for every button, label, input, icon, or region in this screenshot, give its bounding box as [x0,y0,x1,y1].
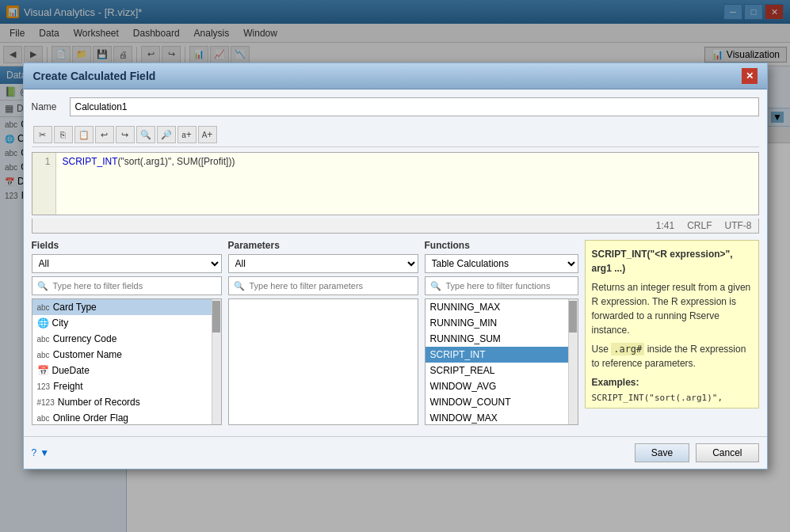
functions-dropdown[interactable]: Table Calculations [425,254,578,273]
abc-icon-f3: abc [37,335,50,344]
field-item-numrecords[interactable]: #123 Number of Records [32,394,221,410]
help-link[interactable]: ? ▼ [32,447,50,458]
redo-calc-button[interactable]: ↪ [116,126,135,143]
functions-scroll-thumb [569,301,577,332]
font-upper-button[interactable]: A+ [198,126,217,143]
help-examples-label: Examples: [592,375,752,390]
parameters-dropdown[interactable]: All [228,254,418,273]
fields-search-input[interactable] [32,276,222,295]
code-args: ("sort(.arg1)", SUM([Profit])) [118,156,235,167]
copy-button[interactable]: ⎘ [54,126,73,143]
parameters-search-input[interactable] [228,276,418,295]
footer-buttons: Save Cancel [635,443,759,462]
undo-calc-button[interactable]: ↩ [95,126,114,143]
help-title: SCRIPT_INT("<R expression>", arg1 ...) [592,247,752,276]
line-numbers: 1 [32,153,56,215]
field-item-customer[interactable]: abc Customer Name [32,347,221,363]
paste-button[interactable]: 📋 [74,126,94,143]
field-item-city[interactable]: 🌐 City [32,315,221,331]
parameters-label: Parameters [228,240,418,251]
functions-column: Functions Table Calculations RUNNING_MAX… [425,240,578,425]
code-function: SCRIPT_INT [63,156,118,167]
modal-body: Name ✂ ⎘ 📋 ↩ ↪ 🔍 🔎 a+ A+ 1 SCRIPT_IN [24,89,767,433]
code-content[interactable]: SCRIPT_INT("sort(.arg1)", SUM([Profit])) [56,153,758,215]
help-arg-note-text: Use [592,344,612,355]
modal-titlebar: Create Calculated Field ✕ [24,63,767,89]
func-running-min[interactable]: RUNNING_MIN [426,315,578,331]
three-columns: Fields All abc Card Type 🌐 City [32,240,759,425]
name-input[interactable] [70,97,759,116]
fields-dropdown[interactable]: All [32,254,222,273]
modal-overlay: Create Calculated Field ✕ Name ✂ ⎘ 📋 ↩ ↪… [0,0,790,532]
help-arg-code: .arg# [611,343,644,355]
line-number-1: 1 [37,156,51,167]
func-script-real[interactable]: SCRIPT_REAL [426,363,578,378]
help-example-code: SCRIPT_INT("sort(.arg1)", SUM([Profit])) [592,392,752,408]
help-description: Returns an integer result from a given R… [592,280,752,337]
name-row: Name [32,97,759,116]
func-running-sum[interactable]: RUNNING_SUM [426,331,578,347]
fields-column: Fields All abc Card Type 🌐 City [32,240,222,425]
replace-calc-button[interactable]: 🔎 [157,126,176,143]
help-panel: SCRIPT_INT("<R expression>", arg1 ...) R… [585,240,759,425]
help-arg-note: Use .arg# inside the R expression to ref… [592,342,752,370]
abc-icon-f4: abc [37,351,50,359]
parameters-column: Parameters All [228,240,418,425]
cal-icon-f5: 📅 [37,365,49,376]
create-calculated-field-dialog: Create Calculated Field ✕ Name ✂ ⎘ 📋 ↩ ↪… [23,63,768,469]
field-item-onlineorder[interactable]: abc Online Order Flag [32,410,221,425]
hash-icon-f7: #123 [37,398,55,407]
parameters-list [228,298,418,425]
func-window-count[interactable]: WINDOW_COUNT [426,394,578,410]
field-item-currency[interactable]: abc Currency Code [32,331,221,347]
fields-label: Fields [32,240,222,251]
func-script-int[interactable]: SCRIPT_INT [426,347,578,363]
cursor-position: 1:41 [656,220,674,231]
functions-list: RUNNING_MAX RUNNING_MIN RUNNING_SUM SCRI… [425,298,578,425]
func-running-max[interactable]: RUNNING_MAX [426,299,578,315]
cancel-button[interactable]: Cancel [696,443,758,462]
fields-scroll-thumb [212,301,220,332]
question-icon: ? [32,447,37,458]
cut-button[interactable]: ✂ [33,126,52,143]
font-lower-button[interactable]: a+ [177,126,197,143]
abc-icon-f8: abc [37,414,50,423]
encoding: UTF-8 [725,220,752,231]
name-label: Name [32,101,63,112]
func-window-avg[interactable]: WINDOW_AVG [426,378,578,394]
field-item-duedate[interactable]: 📅 DueDate [32,363,221,378]
functions-label: Functions [425,240,578,251]
globe-icon-f2: 🌐 [37,317,49,329]
calc-toolbar: ✂ ⎘ 📋 ↩ ↪ 🔍 🔎 a+ A+ [32,123,759,147]
search-calc-button[interactable]: 🔍 [136,126,155,143]
help-arrow: ▼ [40,447,49,458]
functions-scrollbar[interactable] [568,299,578,424]
editor-status-bar: 1:41 CRLF UTF-8 [32,218,759,234]
field-item-freight[interactable]: 123 Freight [32,378,221,394]
help-content: SCRIPT_INT("<R expression>", arg1 ...) R… [585,240,759,408]
eol-type: CRLF [687,220,712,231]
field-item-cardtype[interactable]: abc Card Type [32,299,221,315]
fields-list: abc Card Type 🌐 City abc Currency Code [32,298,222,425]
func-window-max[interactable]: WINDOW_MAX [426,410,578,425]
save-button[interactable]: Save [635,443,689,462]
modal-title: Create Calculated Field [33,70,156,82]
code-editor[interactable]: 1 SCRIPT_INT("sort(.arg1)", SUM([Profit]… [32,152,759,215]
fields-scrollbar[interactable] [212,299,221,424]
abc-icon-f1: abc [37,303,50,312]
functions-search-input[interactable] [425,276,578,295]
num-icon-f6: 123 [37,382,51,391]
modal-close-button[interactable]: ✕ [742,68,758,84]
modal-footer: ? ▼ Save Cancel [24,436,767,469]
